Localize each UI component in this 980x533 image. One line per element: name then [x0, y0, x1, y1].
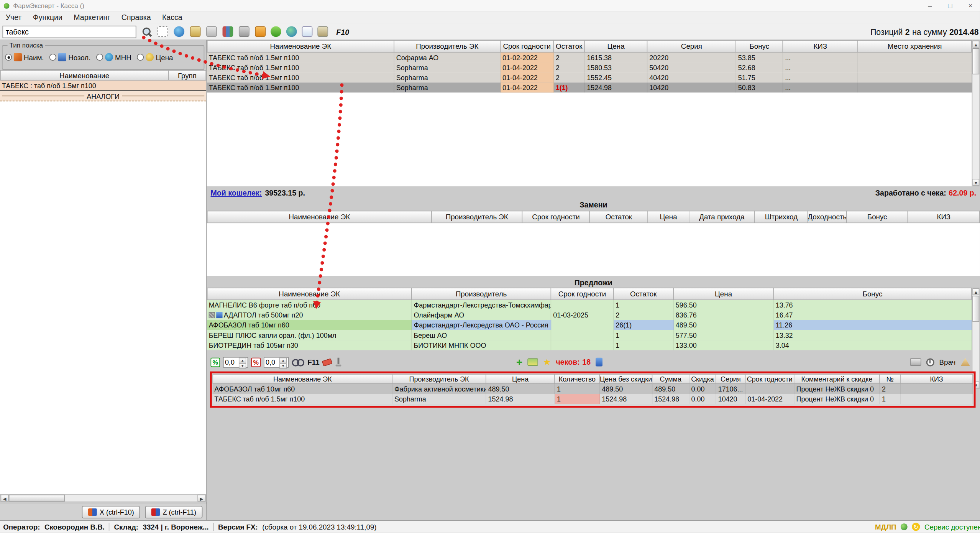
add-icon[interactable]: +	[516, 357, 522, 367]
col-location[interactable]: Место хранения	[858, 40, 972, 53]
col-profitability[interactable]: Доходность	[808, 211, 847, 224]
scroll-down-icon[interactable]: ▼	[972, 179, 979, 186]
col-series[interactable]: Серия	[716, 374, 746, 384]
spinner-arrows[interactable]: ▲▼	[279, 357, 287, 367]
col-sum[interactable]: Сумма	[652, 374, 689, 384]
col-price[interactable]: Цена	[585, 40, 647, 53]
scrollbar-thumb[interactable]	[9, 495, 65, 502]
col-discount-comment[interactable]: Комментарий к скидке	[795, 374, 880, 384]
discount-spinner[interactable]: ▲▼	[223, 357, 248, 367]
doctor-label[interactable]: Врач	[939, 358, 956, 366]
maximize-button[interactable]: □	[948, 2, 952, 10]
spin-down-icon[interactable]: ▼	[239, 363, 246, 369]
internet-icon[interactable]	[286, 26, 297, 37]
print-check-icon[interactable]	[910, 358, 921, 366]
search-input[interactable]	[3, 26, 136, 38]
x-report-button[interactable]: X (ctrl-F10)	[82, 506, 140, 518]
barcode-box-icon[interactable]	[255, 26, 266, 37]
col-bonus[interactable]: Бонус	[847, 211, 908, 224]
scroll-up-icon[interactable]: ▲	[972, 41, 979, 48]
wallet-link[interactable]: Мой кошелек:	[211, 189, 262, 197]
stock-vertical-scrollbar[interactable]: ▲ ▼	[972, 40, 980, 186]
col-expiry[interactable]: Срок годности	[551, 288, 614, 300]
stock-row[interactable]: ТАБЕКС таб п/об 1.5мг п100 Sopharma 01-0…	[207, 72, 972, 82]
menu-marketing[interactable]: Маркетинг	[68, 12, 116, 23]
refresh-icon[interactable]	[271, 26, 281, 37]
col-bonus[interactable]: Бонус	[736, 40, 783, 53]
col-series[interactable]: Серия	[647, 40, 736, 53]
col-producer[interactable]: Производитель	[412, 288, 552, 300]
list-item-tabeks[interactable]: ТАБЕКС : таб п/об 1.5мг п100	[0, 81, 206, 90]
scroll-right-icon[interactable]: ▶	[197, 495, 205, 502]
col-number[interactable]: №	[880, 374, 901, 384]
col-name[interactable]: Наименование ЭК	[207, 288, 412, 300]
radio-naim[interactable]: Наим.	[5, 53, 44, 61]
payment-icon[interactable]	[190, 26, 201, 37]
col-expiry[interactable]: Срок годности	[522, 211, 590, 224]
stock-row[interactable]: ТАБЕКС таб п/об 1.5мг п100 Sopharma 01-0…	[207, 63, 972, 72]
chart-icon[interactable]	[302, 26, 313, 37]
radio-cena[interactable]: Цена	[137, 53, 173, 61]
card-icon[interactable]	[527, 358, 538, 366]
scrollbar-thumb[interactable]	[972, 296, 979, 322]
receipt-row-selected[interactable]: АФОБАЗОЛ таб 10мг п60 Фабрика активной к…	[212, 384, 973, 394]
markup-spinner[interactable]: ▲▼	[264, 357, 289, 367]
up-corner-icon[interactable]	[960, 358, 970, 366]
menu-uchet[interactable]: Учет	[0, 12, 27, 23]
col-price[interactable]: Цена	[486, 374, 555, 384]
col-stock[interactable]: Остаток	[554, 40, 585, 53]
col-producer[interactable]: Производитель ЭК	[432, 211, 522, 224]
menu-spravka[interactable]: Справка	[116, 12, 156, 23]
search-icon[interactable]	[142, 27, 152, 37]
col-name[interactable]: Наименование ЭК	[207, 40, 394, 53]
suggest-row[interactable]: БИОТРЕДИН таб 105мг п30 БИОТИКИ МНПК ООО…	[207, 340, 972, 350]
receipt-row[interactable]: ТАБЕКС таб п/об 1.5мг п100 Sopharma 1524…	[212, 394, 973, 404]
horizontal-scrollbar[interactable]: ◀ ▶	[0, 494, 206, 502]
markup-input[interactable]	[264, 357, 279, 367]
radio-cena-circle[interactable]	[137, 54, 144, 61]
glasses-icon[interactable]	[292, 359, 305, 365]
scissors-icon[interactable]	[206, 26, 217, 37]
suggest-row[interactable]: МАГНЕЛИС В6 форте таб п/об п60 Фармстанд…	[207, 300, 972, 310]
column-header-naimenovanie[interactable]: Наименование	[0, 70, 169, 81]
col-barcode[interactable]: Штрихкод	[755, 211, 808, 224]
minimize-button[interactable]: –	[928, 2, 932, 10]
col-name[interactable]: Наименование ЭК	[207, 211, 432, 224]
star-icon[interactable]: ★	[543, 358, 551, 367]
sync-refresh-icon[interactable]: ↻	[912, 523, 920, 531]
books-icon[interactable]	[223, 26, 233, 37]
col-kiz[interactable]: КИЗ	[783, 40, 858, 53]
radio-mnn[interactable]: МНН	[96, 53, 131, 61]
pin-icon[interactable]	[335, 358, 342, 367]
z-report-button[interactable]: Z (ctrl-F11)	[145, 506, 202, 518]
printer-icon[interactable]	[239, 26, 250, 37]
col-expiry[interactable]: Срок годности	[501, 40, 554, 53]
scroll-left-icon[interactable]: ◀	[1, 495, 9, 502]
close-button[interactable]: ×	[969, 2, 972, 10]
col-price-no-discount[interactable]: Цена без скидки	[600, 374, 652, 384]
selection-frame-icon[interactable]	[158, 26, 168, 37]
suggest-row[interactable]: БЕРЕШ ПЛЮС капли орал. (фл.) 100мл Береш…	[207, 330, 972, 340]
col-stock[interactable]: Остаток	[590, 211, 648, 224]
col-price[interactable]: Цена	[648, 211, 689, 224]
col-bonus[interactable]: Бонус	[774, 288, 972, 300]
stock-row-selected[interactable]: ТАБЕКС таб п/об 1.5мг п100 Sopharma 01-0…	[207, 82, 972, 92]
radio-mnn-circle[interactable]	[96, 54, 103, 61]
spin-up-icon[interactable]: ▲	[279, 357, 287, 363]
col-stock[interactable]: Остаток	[614, 288, 674, 300]
col-arrival-date[interactable]: Дата прихода	[689, 211, 755, 224]
stock-row[interactable]: ТАБЕКС таб п/об 1.5мг п100 Софарма АО 01…	[207, 53, 972, 63]
radio-nozol-circle[interactable]	[49, 54, 56, 61]
suggest-row[interactable]: АДАПТОЛ таб 500мг п20 Олайнфарм АО 01-03…	[207, 310, 972, 320]
col-producer[interactable]: Производитель ЭК	[394, 40, 501, 53]
scroll-up-icon[interactable]: ▲	[972, 288, 979, 295]
menu-kassa[interactable]: Касса	[156, 12, 188, 23]
blue-document-icon[interactable]	[596, 358, 602, 367]
suggest-row-selected[interactable]: АФОБАЗОЛ таб 10мг п60 Фармстандарт-Лекср…	[207, 320, 972, 330]
spin-up-icon[interactable]: ▲	[239, 357, 246, 363]
col-discount[interactable]: Скидка	[689, 374, 716, 384]
col-name[interactable]: Наименование ЭК	[212, 374, 392, 384]
eraser-icon[interactable]	[322, 358, 333, 366]
globe-icon[interactable]	[174, 26, 184, 37]
col-expiry[interactable]: Срок годности	[745, 374, 794, 384]
